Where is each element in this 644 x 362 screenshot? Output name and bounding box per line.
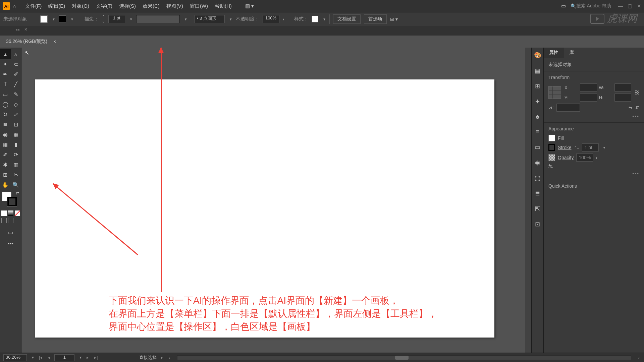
type-tool[interactable]: T <box>0 79 11 89</box>
line-tool[interactable]: ╱ <box>11 79 21 89</box>
flip-h-icon[interactable]: ⇋ <box>629 105 633 110</box>
pen-tool[interactable]: ✒ <box>0 69 11 79</box>
graphic-styles-panel-icon[interactable]: ⬚ <box>535 174 540 182</box>
menu-file[interactable]: 文件(F) <box>22 3 45 9</box>
opacity-slider-icon[interactable]: › <box>283 16 284 22</box>
menu-type[interactable]: 文字(T) <box>93 3 116 9</box>
brushes-panel-icon[interactable]: ⊞ <box>535 82 540 90</box>
blend-tool[interactable]: ⟳ <box>11 149 21 160</box>
direct-selection-tool[interactable]: ▵ <box>11 49 21 59</box>
mesh-tool[interactable]: ▦ <box>0 139 11 149</box>
column-graph-tool[interactable]: ▥ <box>11 160 21 170</box>
flip-v-icon[interactable]: ⇵ <box>635 105 639 110</box>
scale-tool[interactable]: ⤢ <box>11 109 21 119</box>
curvature-tool[interactable]: ✐ <box>11 69 21 79</box>
status-play-icon[interactable]: ▸ <box>160 355 164 360</box>
brush-preset[interactable]: • 3 点圆形 <box>195 15 225 23</box>
color-panel-icon[interactable]: 🎨 <box>534 52 541 59</box>
rotate-tool[interactable]: ↻ <box>0 109 11 119</box>
reference-point[interactable] <box>548 86 561 99</box>
edit-toolbar-icon[interactable]: ••• <box>0 241 21 247</box>
tab-properties[interactable]: 属性 <box>544 48 564 58</box>
artboard-number-input[interactable]: 1 <box>54 354 74 361</box>
menu-effect[interactable]: 效果(C) <box>139 3 163 9</box>
fill-swatch[interactable] <box>40 15 48 23</box>
artboards-panel-icon[interactable]: ⊡ <box>535 221 540 228</box>
arrange-docs-icon[interactable]: ▭ <box>561 3 566 9</box>
draw-normal-icon[interactable] <box>1 218 7 223</box>
swap-colors-icon[interactable]: ⇄ <box>16 191 19 195</box>
angle-input[interactable] <box>556 104 580 112</box>
menu-select[interactable]: 选择(S) <box>116 3 139 9</box>
menu-help[interactable]: 帮助(H) <box>211 3 235 9</box>
maximize-icon[interactable]: ▢ <box>628 3 632 9</box>
symbols-panel-icon[interactable]: ✦ <box>535 98 540 105</box>
help-search[interactable]: 🔍 搜索 Adobe 帮助 <box>571 3 611 9</box>
appearance-panel-icon[interactable]: ◉ <box>535 159 540 166</box>
menu-window[interactable]: 窗口(W) <box>186 3 211 9</box>
paintbrush-tool[interactable]: ✎ <box>11 89 21 99</box>
vertical-scrollbar[interactable] <box>525 48 531 353</box>
stroke-stepper-icon[interactable]: ⌃⌄ <box>102 15 105 23</box>
close-icon[interactable]: ✕ <box>637 3 641 9</box>
stroke-dropdown-icon[interactable]: ▼ <box>70 17 74 21</box>
tab-close-icon[interactable]: × <box>53 39 56 44</box>
preferences-button[interactable]: 首选项 <box>364 14 387 24</box>
y-input[interactable] <box>580 94 597 102</box>
rectangle-tool[interactable]: ▭ <box>0 89 11 99</box>
stroke-weight-input[interactable]: 1 pt <box>108 15 125 23</box>
graphic-style-swatch[interactable] <box>312 16 318 22</box>
menu-edit[interactable]: 编辑(E) <box>45 3 68 9</box>
align-icon[interactable]: ⊞ ▾ <box>390 16 398 22</box>
eyedropper-tool[interactable]: ✐ <box>0 149 11 160</box>
asset-export-panel-icon[interactable]: ⇱ <box>535 205 540 213</box>
selection-tool[interactable]: ▴ <box>0 49 11 59</box>
panel-opacity-input[interactable]: 100% <box>576 154 593 162</box>
zoom-level-input[interactable]: 36.26% <box>3 354 27 361</box>
gradient-mode-icon[interactable] <box>8 210 13 216</box>
home-icon[interactable]: ⌂ <box>13 3 16 9</box>
none-mode-icon[interactable] <box>15 210 20 216</box>
artboard-tool[interactable]: ⊞ <box>0 170 11 180</box>
w-input[interactable] <box>614 83 632 92</box>
document-tab[interactable]: 36.26% (RGB/预览) × <box>0 36 644 48</box>
stroke-swatch[interactable] <box>59 15 66 23</box>
link-wh-icon[interactable]: ⛓ <box>635 90 639 95</box>
lasso-tool[interactable]: ⊂ <box>11 59 21 69</box>
fill-dropdown-icon[interactable]: ▼ <box>52 17 55 21</box>
document-setup-button[interactable]: 文档设置 <box>333 14 361 24</box>
workspace-switcher-icon[interactable]: ▥ ▾ <box>245 3 254 9</box>
panel-fill-swatch[interactable] <box>548 135 555 141</box>
eraser-tool[interactable]: ◇ <box>11 99 21 109</box>
stroke-panel-icon[interactable]: ♣ <box>536 113 540 120</box>
gradient-tool[interactable]: ▮ <box>11 139 21 149</box>
prev-artboard-icon[interactable]: ◂ <box>47 355 51 360</box>
shape-builder-tool[interactable]: ◉ <box>0 129 11 139</box>
opacity-input[interactable]: 100% <box>263 15 279 23</box>
zoom-tool[interactable]: 🔍 <box>11 180 21 190</box>
align-panel-icon[interactable]: ≡ <box>536 128 539 135</box>
menu-view[interactable]: 视图(V) <box>163 3 186 9</box>
panel-opacity-swatch[interactable] <box>548 154 555 161</box>
color-controls[interactable]: ⇄ <box>0 190 21 210</box>
hand-tool[interactable]: ✋ <box>0 180 11 190</box>
variable-width-profile[interactable] <box>136 15 180 23</box>
fx-label[interactable]: fx. <box>548 164 553 169</box>
draw-behind-icon[interactable] <box>8 218 13 223</box>
panel-stroke-input[interactable]: 1 pt <box>582 143 599 152</box>
swatches-panel-icon[interactable]: ▦ <box>535 67 540 74</box>
canvas-area[interactable]: ↖ 下面我们来认识一下AI的操作界面，点击AI界面的【新建】一个画板， 在界面上… <box>21 48 525 353</box>
layers-panel-icon[interactable]: ≣ <box>535 190 540 197</box>
slice-tool[interactable]: ✂ <box>11 170 21 180</box>
opacity-more-icon[interactable]: › <box>596 155 597 160</box>
h-input[interactable] <box>614 94 632 102</box>
free-transform-tool[interactable]: ⊡ <box>11 119 21 129</box>
magic-wand-tool[interactable]: ✦ <box>0 59 11 69</box>
stroke-color[interactable] <box>7 197 17 206</box>
horizontal-scrollbar[interactable] <box>177 355 631 360</box>
screen-mode-icon[interactable]: ▭ <box>5 227 16 237</box>
appearance-more-icon[interactable]: ••• <box>548 171 639 176</box>
last-artboard-icon[interactable]: ▸| <box>93 355 99 360</box>
panel-stroke-swatch[interactable] <box>548 144 555 151</box>
next-artboard-icon[interactable]: ▸ <box>86 355 90 360</box>
